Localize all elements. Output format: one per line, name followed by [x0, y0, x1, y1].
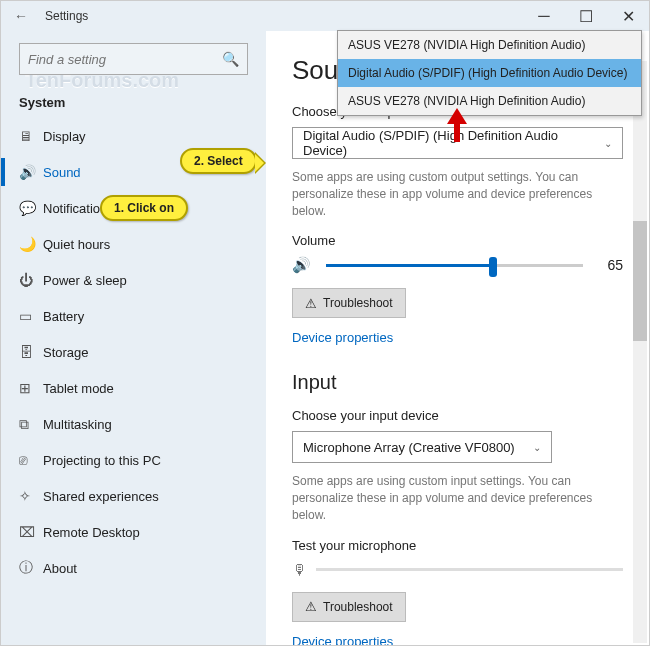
test-mic-label: Test your microphone: [292, 538, 623, 553]
nav-icon: ⏻: [19, 272, 43, 288]
sidebar-item-multitasking[interactable]: ⧉Multitasking: [1, 406, 266, 442]
sidebar-item-battery[interactable]: ▭Battery: [1, 298, 266, 334]
nav-icon: 🗄: [19, 344, 43, 360]
nav-icon: ✧: [19, 488, 43, 504]
search-input[interactable]: [28, 52, 222, 67]
output-troubleshoot-button[interactable]: ⚠ Troubleshoot: [292, 288, 406, 318]
nav-label: Remote Desktop: [43, 525, 140, 540]
sidebar: TenForums.com 🔍 System 🖥Display🔊Sound💬No…: [1, 31, 266, 645]
nav-label: Storage: [43, 345, 89, 360]
input-choose-label: Choose your input device: [292, 408, 623, 423]
dropdown-option[interactable]: ASUS VE278 (NVIDIA High Definition Audio…: [338, 87, 641, 115]
sidebar-item-storage[interactable]: 🗄Storage: [1, 334, 266, 370]
search-box[interactable]: 🔍: [19, 43, 248, 75]
callout-click-on: 1. Click on: [100, 195, 188, 221]
minimize-button[interactable]: ─: [523, 1, 565, 31]
volume-label: Volume: [292, 233, 623, 248]
nav-label: About: [43, 561, 77, 576]
dropdown-option[interactable]: Digital Audio (S/PDIF) (High Definition …: [338, 59, 641, 87]
output-device-selected: Digital Audio (S/PDIF) (High Definition …: [303, 128, 604, 158]
search-icon: 🔍: [222, 51, 239, 67]
output-device-dropdown[interactable]: ASUS VE278 (NVIDIA High Definition Audio…: [337, 30, 642, 116]
warning-icon: ⚠: [305, 599, 317, 614]
input-troubleshoot-button[interactable]: ⚠ Troubleshoot: [292, 592, 406, 622]
nav-icon: 🖥: [19, 128, 43, 144]
nav-icon: ▭: [19, 308, 43, 324]
nav-label: Sound: [43, 165, 81, 180]
nav-icon: 🔊: [19, 164, 43, 180]
dropdown-option[interactable]: ASUS VE278 (NVIDIA High Definition Audio…: [338, 31, 641, 59]
nav-icon: ⊞: [19, 380, 43, 396]
input-device-properties-link[interactable]: Device properties: [292, 634, 393, 645]
nav-label: Multitasking: [43, 417, 112, 432]
sidebar-item-remote-desktop[interactable]: ⌧Remote Desktop: [1, 514, 266, 550]
callout-select: 2. Select: [180, 148, 257, 174]
sidebar-item-shared-experiences[interactable]: ✧Shared experiences: [1, 478, 266, 514]
nav-label: Power & sleep: [43, 273, 127, 288]
nav-label: Display: [43, 129, 86, 144]
nav-label: Battery: [43, 309, 84, 324]
category-heading: System: [1, 83, 266, 118]
content-pane: Sound Choose your output device Digital …: [266, 31, 649, 645]
nav-icon: ⌧: [19, 524, 43, 540]
titlebar: ← Settings ─ ☐ ✕: [1, 1, 649, 31]
nav-icon: 🌙: [19, 236, 43, 252]
chevron-down-icon: ⌄: [533, 442, 541, 453]
nav-icon: ⓘ: [19, 559, 43, 577]
output-device-combo[interactable]: Digital Audio (S/PDIF) (High Definition …: [292, 127, 623, 159]
output-device-properties-link[interactable]: Device properties: [292, 330, 393, 345]
close-button[interactable]: ✕: [607, 1, 649, 31]
output-hint: Some apps are using custom output settin…: [292, 169, 623, 219]
nav-icon: 💬: [19, 200, 43, 216]
speaker-icon: 🔊: [292, 256, 316, 274]
nav-label: Tablet mode: [43, 381, 114, 396]
sidebar-item-projecting-to-this-pc[interactable]: ⎚Projecting to this PC: [1, 442, 266, 478]
warning-icon: ⚠: [305, 296, 317, 311]
scrollbar-thumb[interactable]: [633, 221, 647, 341]
volume-slider[interactable]: [326, 264, 583, 267]
sidebar-item-tablet-mode[interactable]: ⊞Tablet mode: [1, 370, 266, 406]
window-title: Settings: [41, 9, 88, 23]
nav-label: Quiet hours: [43, 237, 110, 252]
scrollbar[interactable]: [633, 61, 647, 643]
mic-level-bar: [316, 568, 623, 571]
input-hint: Some apps are using custom input setting…: [292, 473, 623, 523]
back-button[interactable]: ←: [1, 8, 41, 24]
sidebar-item-quiet-hours[interactable]: 🌙Quiet hours: [1, 226, 266, 262]
chevron-down-icon: ⌄: [604, 138, 612, 149]
nav-label: Projecting to this PC: [43, 453, 161, 468]
volume-value: 65: [593, 257, 623, 273]
nav-label: Shared experiences: [43, 489, 159, 504]
sidebar-item-about[interactable]: ⓘAbout: [1, 550, 266, 586]
sidebar-item-power-sleep[interactable]: ⏻Power & sleep: [1, 262, 266, 298]
nav-icon: ⧉: [19, 416, 43, 433]
input-device-selected: Microphone Array (Creative VF0800): [303, 440, 515, 455]
maximize-button[interactable]: ☐: [565, 1, 607, 31]
nav-icon: ⎚: [19, 452, 43, 468]
microphone-icon: 🎙: [292, 561, 316, 578]
input-heading: Input: [292, 371, 623, 394]
input-device-combo[interactable]: Microphone Array (Creative VF0800) ⌄: [292, 431, 552, 463]
